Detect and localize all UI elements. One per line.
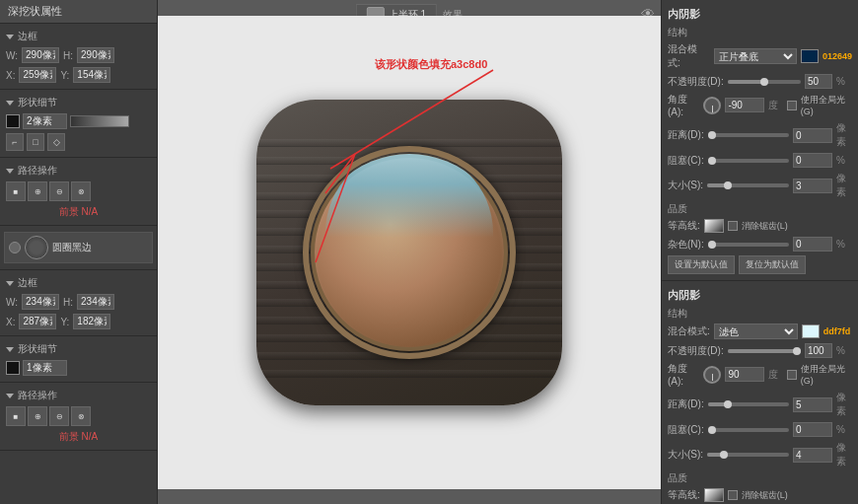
collapse-path-icon-2[interactable] [6,394,14,398]
is2-opacity-thumb[interactable] [793,347,801,355]
is2-distance-unit: 像素 [836,391,852,418]
collapse-icon-1[interactable] [6,35,14,39]
is2-struct: 结构 [668,306,852,322]
is1-distance-track[interactable] [708,133,789,137]
is1-color-swatch[interactable] [801,49,819,63]
is2-opacity-fill [728,349,801,353]
is2-anti-alias-cb[interactable] [728,490,738,500]
is2-distance-track[interactable] [708,402,789,406]
canvas-area: 上半环 1 效果 效果 内阴影 内阴影 👁 [158,0,661,504]
is1-contour-preview[interactable] [704,219,724,233]
is2-size-thumb[interactable] [720,451,728,459]
is1-size-input[interactable] [793,179,832,193]
is1-global-light-cb[interactable] [787,101,797,110]
is2-angle-label: 角度(A): [668,362,699,387]
stroke-size-input-1[interactable] [23,113,67,129]
y-input-1[interactable] [73,67,110,83]
is1-default-btn[interactable]: 设置为默认值 [668,255,735,274]
is1-choke-track[interactable] [708,159,789,163]
stroke-size-input-2[interactable] [23,360,67,376]
path-op-btn-1c[interactable]: ⊖ [49,181,69,201]
is2-choke-thumb[interactable] [708,426,716,434]
pathops-section-2: 路径操作 ■ ⊕ ⊖ ⊗ 前景 N/A [0,383,157,451]
is1-distance-label: 距离(D): [668,128,704,142]
collapse-stroke-icon-2[interactable] [6,347,14,352]
pathops-red-2: 前景 N/A [6,428,151,446]
ridge-13 [256,370,562,378]
is1-opacity-input[interactable] [805,74,832,89]
h-input-2[interactable] [77,294,114,310]
is1-angle-dial[interactable] [703,97,721,114]
y-input-2[interactable] [73,314,110,329]
is1-distance-thumb[interactable] [708,131,716,139]
layer-thumb [25,236,48,259]
stroke-tool-1c[interactable]: ◇ [47,133,65,151]
is2-color-swatch[interactable] [802,324,820,338]
path-op-btn-2c[interactable]: ⊖ [49,406,69,426]
is2-distance-input[interactable] [793,397,832,412]
path-op-btn-2d[interactable]: ⊗ [71,406,91,426]
is2-distance-thumb[interactable] [724,400,732,408]
ridge-0 [256,139,562,147]
is2-opacity-unit: % [836,345,852,356]
stroke-color-btn-2[interactable] [6,361,20,375]
right-panel: 内阴影 结构 混合模式: 正片叠底 012649 不透明度(D): % 角度(A… [661,0,858,504]
x-input-1[interactable] [19,67,56,83]
path-op-btn-2a[interactable]: ■ [6,406,26,426]
is1-size-track[interactable] [707,183,789,187]
path-op-btn-1b[interactable]: ⊕ [28,181,47,201]
is1-choke-input[interactable] [793,153,832,168]
collapse-path-icon-1[interactable] [6,169,14,174]
layer-eye-icon[interactable] [9,242,21,253]
x-input-2[interactable] [19,314,56,329]
is2-angle-dial[interactable] [703,366,721,384]
is2-opacity-label: 不透明度(D): [668,344,724,358]
is2-angle-input[interactable] [725,367,764,382]
pathops-label-1: 路径操作 [18,164,57,178]
is1-choke-thumb[interactable] [708,157,716,165]
stroke-color-btn-1[interactable] [6,114,20,128]
is2-choke-track[interactable] [708,428,789,432]
is1-quality-label: 品质 [668,201,852,217]
is1-noise-thumb[interactable] [708,241,716,249]
is1-noise-track[interactable] [708,243,789,247]
is1-anti-alias-cb[interactable] [728,221,738,231]
layer-item[interactable]: 圆圈黑边 [4,232,153,263]
is1-blend-select[interactable]: 正片叠底 [714,48,797,64]
is1-opacity-track[interactable] [728,80,801,84]
is2-opacity-track[interactable] [728,349,801,353]
collapse-stroke-icon-1[interactable] [6,101,14,106]
is1-choke-unit: % [836,155,852,166]
is2-opacity-input[interactable] [805,343,832,358]
is2-distance-label: 距离(D): [668,397,704,411]
w-input-1[interactable] [22,47,59,63]
stroke-tool-1a[interactable]: ⌐ [6,133,24,151]
path-op-btn-2b[interactable]: ⊕ [28,406,47,426]
is1-opacity-row: 不透明度(D): % [668,72,852,91]
is1-reset-btn[interactable]: 复位为默认值 [739,255,806,274]
is2-contour-preview[interactable] [704,488,724,502]
bounds-header-2: 边框 [6,274,151,292]
h-input-1[interactable] [77,47,114,63]
is1-size-label: 大小(S): [668,179,703,192]
is2-choke-input[interactable] [793,422,832,437]
is1-noise-input[interactable] [793,237,832,252]
is1-opacity-thumb[interactable] [760,78,768,86]
is2-contour-label: 等高线: [668,488,700,502]
w-input-2[interactable] [22,294,59,310]
pathops-header-1: 路径操作 [6,162,151,180]
is1-size-thumb[interactable] [724,181,732,189]
is2-size-input[interactable] [793,448,832,463]
is1-distance-input[interactable] [793,128,832,143]
path-op-btn-1a[interactable]: ■ [6,181,26,201]
bounds-section-2: 边框 W: H: X: Y: [0,270,157,336]
collapse-icon-2[interactable] [6,281,14,286]
stroke-tool-1b[interactable]: □ [27,133,44,151]
is2-global-light-cb[interactable] [787,370,797,380]
is2-quality-label: 品质 [668,470,852,486]
is2-size-track[interactable] [707,453,789,457]
is1-angle-input[interactable] [725,98,764,112]
path-op-btn-1d[interactable]: ⊗ [71,181,91,201]
path-op-btns-2: ■ ⊕ ⊖ ⊗ [6,404,151,428]
is2-blend-select[interactable]: 滤色 [714,324,798,339]
